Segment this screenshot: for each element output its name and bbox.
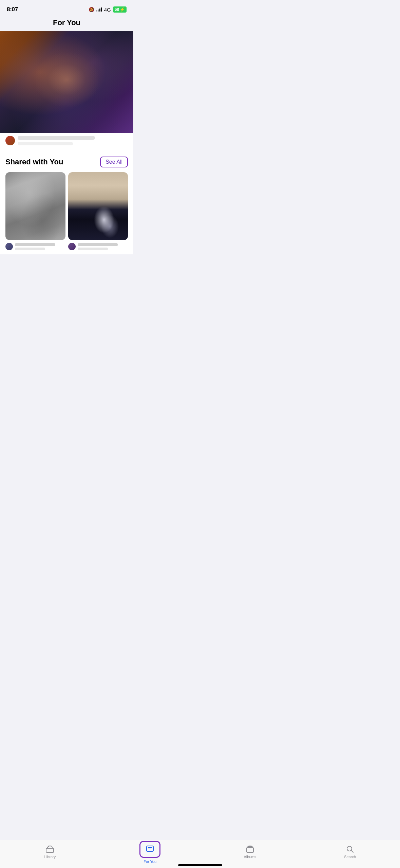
photo-meta-2: [78, 243, 128, 250]
bell-mute-icon: 🔕: [89, 7, 94, 12]
shared-photo-avatar-2: [68, 243, 76, 250]
shared-images-row: [5, 172, 128, 240]
photo-meta-sub-1: [15, 248, 45, 250]
shared-photo-image-2: [68, 172, 128, 240]
photo-meta-1: [15, 243, 65, 250]
main-content: Shared with You See All: [0, 31, 133, 254]
caption-avatar-dot: [5, 136, 15, 145]
status-right: 🔕 4G 68⚡: [89, 6, 127, 13]
battery-charging-icon: ⚡: [120, 7, 125, 12]
status-time: 8:07: [7, 6, 18, 13]
photo-caption-item-2: [68, 243, 128, 250]
page-title: For You: [0, 18, 133, 27]
hero-image-canvas: [0, 31, 133, 133]
shared-photo-avatar-1: [5, 243, 13, 250]
shared-photo-image-1: [5, 172, 65, 240]
hero-caption: [0, 133, 133, 151]
battery-level: 68: [115, 7, 119, 12]
photo-meta-title-1: [15, 243, 55, 246]
caption-text-area: [18, 136, 128, 145]
caption-sub-placeholder: [18, 142, 73, 145]
shared-header: Shared with You See All: [5, 157, 128, 167]
shared-photo-card-2[interactable]: [68, 172, 128, 240]
status-bar: 8:07 🔕 4G 68⚡: [0, 0, 133, 17]
page-title-bar: For You: [0, 17, 133, 31]
shared-with-you-section: Shared with You See All: [0, 151, 133, 254]
hero-image-area[interactable]: [0, 31, 133, 133]
network-label: 4G: [104, 7, 111, 13]
see-all-button[interactable]: See All: [100, 157, 128, 167]
shared-photo-card-1[interactable]: [5, 172, 65, 240]
photo-meta-title-2: [78, 243, 118, 246]
signal-bars: [96, 7, 102, 12]
caption-title-placeholder: [18, 136, 95, 140]
photo-meta-sub-2: [78, 248, 108, 250]
shared-section-title: Shared with You: [5, 158, 63, 166]
photo-caption-row: [5, 243, 128, 250]
photo-caption-item-1: [5, 243, 65, 250]
battery-indicator: 68⚡: [113, 6, 127, 13]
